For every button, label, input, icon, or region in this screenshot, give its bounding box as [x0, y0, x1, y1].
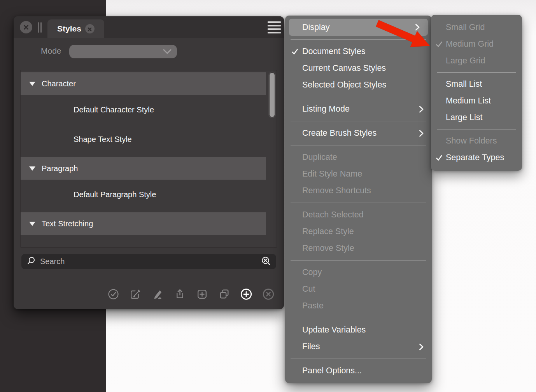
submenu-chevron-icon	[415, 23, 420, 31]
mode-label: Mode	[41, 46, 61, 56]
edit-style-square-icon[interactable]	[129, 288, 142, 300]
collapse-triangle-icon	[29, 222, 35, 226]
checkmark-icon	[291, 48, 298, 55]
menu-item-replace-style: Replace Style	[285, 223, 432, 240]
styles-panel: Styles Mode Character Default Character …	[14, 16, 284, 309]
panel-context-menu: Display Document Styles Current Canvas S…	[285, 16, 432, 383]
rename-pencil-icon[interactable]	[151, 288, 164, 300]
menu-item-paste: Paste	[285, 298, 432, 314]
delete-style-circle-icon[interactable]	[262, 288, 275, 300]
menu-item-update-variables[interactable]: Update Variables	[285, 322, 432, 338]
clear-search-icon[interactable]	[261, 256, 272, 268]
menu-item-remove-shortcuts: Remove Shortcuts	[285, 182, 432, 199]
panel-toolbar	[107, 288, 275, 300]
panel-preferences-menu-button[interactable]	[268, 21, 281, 33]
section-header-character[interactable]: Character	[21, 72, 266, 95]
menu-separator	[291, 260, 426, 261]
duplicate-style-icon[interactable]	[218, 288, 230, 300]
menu-separator	[291, 39, 426, 40]
submenu-item-small-grid: Small Grid	[431, 19, 522, 36]
submenu-chevron-icon	[419, 105, 424, 113]
tab-close-button[interactable]	[85, 24, 95, 33]
panel-header: Styles	[14, 16, 284, 38]
collapse-triangle-icon	[29, 166, 35, 171]
display-submenu: Small Grid Medium Grid Large Grid Small …	[431, 15, 522, 171]
list-item-shape-text-style[interactable]: Shape Text Style	[21, 124, 266, 154]
menu-separator	[291, 359, 426, 359]
menu-item-files[interactable]: Files	[285, 338, 432, 355]
menu-item-cut: Cut	[285, 281, 432, 298]
checkmark-icon	[436, 41, 443, 47]
menu-item-panel-options[interactable]: Panel Options...	[285, 362, 432, 379]
tab-styles[interactable]: Styles	[47, 19, 104, 38]
chevron-down-icon	[163, 49, 172, 54]
menu-item-display[interactable]: Display	[289, 19, 428, 36]
submenu-item-medium-list[interactable]: Medium List	[431, 93, 522, 109]
section-header-text-stretching[interactable]: Text Stretching	[21, 212, 266, 235]
submenu-separator	[437, 129, 516, 130]
section-header-paragraph[interactable]: Paragraph	[21, 157, 266, 180]
list-item-default-paragraph-style[interactable]: Default Paragraph Style	[21, 180, 266, 209]
menu-separator	[291, 97, 426, 97]
submenu-chevron-icon	[419, 343, 424, 351]
mode-dropdown[interactable]	[69, 45, 177, 58]
submenu-item-large-grid: Large Grid	[431, 52, 522, 69]
apply-check-circle-icon[interactable]	[107, 288, 119, 300]
menu-item-remove-style: Remove Style	[285, 240, 432, 257]
submenu-item-small-list[interactable]: Small List	[431, 76, 522, 93]
menu-separator	[291, 318, 426, 318]
checkmark-icon	[436, 154, 443, 161]
menu-separator	[291, 121, 426, 121]
add-style-circle-icon[interactable]	[240, 288, 252, 300]
menu-item-current-canvas-styles[interactable]: Current Canvas Styles	[285, 60, 432, 77]
mode-row: Mode	[14, 38, 284, 64]
menu-item-listing-mode[interactable]: Listing Mode	[285, 101, 432, 117]
menu-item-duplicate: Duplicate	[285, 149, 432, 166]
close-x-icon	[88, 24, 92, 33]
menu-item-detach-selected: Detach Selected	[285, 206, 432, 223]
submenu-item-separate-types[interactable]: Separate Types	[431, 149, 522, 166]
toolbar-divider	[21, 277, 277, 277]
search-input[interactable]	[39, 257, 261, 266]
submenu-chevron-icon	[419, 130, 424, 137]
menu-item-create-brush-styles[interactable]: Create Brush Styles	[285, 125, 432, 142]
submenu-separator	[437, 72, 516, 73]
section-label: Paragraph	[42, 164, 78, 173]
list-item-default-character-style[interactable]: Default Character Style	[21, 95, 266, 124]
panel-drag-handle[interactable]	[38, 22, 42, 33]
list-scrollbar[interactable]	[269, 72, 275, 246]
menu-item-document-styles[interactable]: Document Styles	[285, 43, 432, 60]
tab-label: Styles	[57, 24, 81, 33]
close-x-icon	[23, 24, 29, 30]
scrollbar-thumb[interactable]	[269, 72, 275, 118]
export-share-icon[interactable]	[173, 288, 186, 300]
submenu-item-show-folders: Show Folders	[431, 133, 522, 149]
section-label: Character	[42, 79, 76, 88]
submenu-item-large-list[interactable]: Large List	[431, 109, 522, 126]
menu-separator	[291, 145, 426, 145]
menu-item-selected-object-styles[interactable]: Selected Object Styles	[285, 77, 432, 93]
search-bar	[21, 254, 276, 269]
submenu-item-medium-grid: Medium Grid	[431, 36, 522, 52]
section-label: Text Stretching	[42, 219, 93, 228]
collapse-triangle-icon	[29, 82, 35, 86]
menu-item-edit-style-name: Edit Style Name	[285, 166, 432, 182]
menu-item-copy: Copy	[285, 264, 432, 281]
add-style-square-icon[interactable]	[196, 288, 208, 300]
search-icon	[26, 256, 36, 268]
panel-close-button[interactable]	[20, 21, 32, 33]
menu-separator	[291, 203, 426, 203]
styles-list: Character Default Character Style Shape …	[20, 70, 277, 248]
